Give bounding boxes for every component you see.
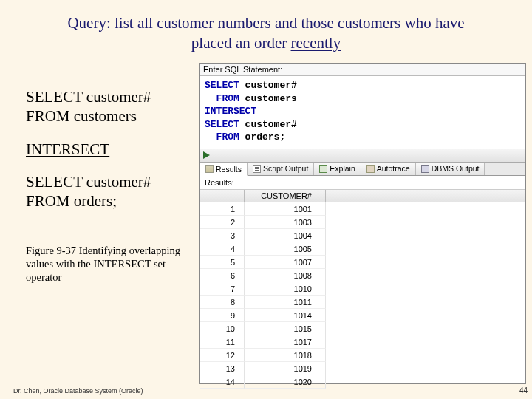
row-value: 1014 bbox=[245, 309, 326, 322]
table-row[interactable]: 101015 bbox=[200, 322, 525, 335]
slide-title: Query: list all customer numbers and tho… bbox=[0, 0, 532, 54]
intersect-keyword: INTERSECT bbox=[26, 140, 109, 158]
explain-icon bbox=[319, 165, 327, 173]
sql-editor[interactable]: SELECT customer# FROM customers INTERSEC… bbox=[200, 76, 525, 149]
figure-caption: Figure 9-37 Identifying overlapping valu… bbox=[26, 244, 192, 284]
sql-line: SELECT customer# bbox=[26, 87, 192, 106]
row-value: 1004 bbox=[245, 229, 326, 242]
sql-developer-panel: Enter SQL Statement: SELECT customer# FR… bbox=[200, 63, 526, 384]
dbms-output-icon bbox=[421, 165, 429, 173]
run-icon[interactable] bbox=[203, 151, 210, 159]
table-row[interactable]: 81011 bbox=[200, 296, 525, 309]
row-index: 1 bbox=[200, 202, 245, 216]
row-index: 11 bbox=[200, 335, 245, 349]
row-value: 1018 bbox=[245, 349, 326, 362]
table-row[interactable]: 21003 bbox=[200, 216, 525, 229]
row-index: 3 bbox=[200, 229, 245, 242]
row-index: 9 bbox=[200, 309, 245, 322]
sql-line: SELECT customer# bbox=[26, 172, 192, 191]
row-value: 1005 bbox=[245, 242, 326, 256]
autotrace-icon bbox=[366, 165, 375, 173]
tab-results[interactable]: Results bbox=[200, 163, 248, 176]
row-index: 10 bbox=[200, 322, 245, 335]
row-value: 1003 bbox=[245, 216, 326, 229]
grid-header-row: CUSTOMER# bbox=[200, 190, 525, 202]
table-row[interactable]: 31004 bbox=[200, 229, 525, 242]
results-icon bbox=[205, 165, 214, 173]
sql-line: FROM customers bbox=[26, 106, 192, 126]
title-line2b: recently bbox=[291, 34, 341, 52]
table-row[interactable]: 141020 bbox=[200, 375, 525, 389]
results-label: Results: bbox=[200, 176, 525, 190]
table-row[interactable]: 61008 bbox=[200, 269, 525, 282]
table-row[interactable]: 41005 bbox=[200, 242, 525, 256]
table-row[interactable]: 121018 bbox=[200, 349, 525, 362]
row-value: 1007 bbox=[245, 256, 326, 269]
row-value: 1020 bbox=[245, 375, 326, 389]
result-tabs: Results Script Output Explain Autotrace … bbox=[200, 163, 525, 176]
run-toolbar bbox=[200, 149, 525, 163]
row-value: 1017 bbox=[245, 335, 326, 349]
table-row[interactable]: 51007 bbox=[200, 256, 525, 269]
grid-body: 1100121003310044100551007610087101081011… bbox=[200, 202, 525, 389]
table-row[interactable]: 111017 bbox=[200, 335, 525, 349]
table-row[interactable]: 71010 bbox=[200, 282, 525, 296]
grid-header-blank bbox=[200, 190, 245, 202]
tab-explain[interactable]: Explain bbox=[314, 163, 361, 175]
title-line2a: placed an order bbox=[191, 34, 291, 52]
row-index: 2 bbox=[200, 216, 245, 229]
row-value: 1019 bbox=[245, 362, 326, 375]
row-index: 12 bbox=[200, 349, 245, 362]
tab-script-output[interactable]: Script Output bbox=[248, 163, 314, 175]
table-row[interactable]: 91014 bbox=[200, 309, 525, 322]
tab-dbms-output[interactable]: DBMS Output bbox=[416, 163, 485, 175]
row-index: 8 bbox=[200, 296, 245, 309]
sql-line: FROM orders; bbox=[26, 191, 192, 211]
tab-autotrace[interactable]: Autotrace bbox=[361, 163, 416, 175]
row-index: 4 bbox=[200, 242, 245, 256]
grid-header-customer: CUSTOMER# bbox=[245, 190, 326, 202]
row-value: 1001 bbox=[245, 202, 326, 216]
row-value: 1010 bbox=[245, 282, 326, 296]
table-row[interactable]: 11001 bbox=[200, 202, 525, 216]
row-value: 1015 bbox=[245, 322, 326, 335]
row-value: 1008 bbox=[245, 269, 326, 282]
results-grid: CUSTOMER# 110012100331004410055100761008… bbox=[200, 190, 525, 389]
sql-query-text: SELECT customer# FROM customers INTERSEC… bbox=[26, 87, 192, 224]
script-output-icon bbox=[253, 165, 261, 173]
title-line1: Query: list all customer numbers and tho… bbox=[67, 14, 464, 32]
row-index: 7 bbox=[200, 282, 245, 296]
row-index: 13 bbox=[200, 362, 245, 375]
footer-author: Dr. Chen, Oracle Database System (Oracle… bbox=[13, 387, 143, 395]
row-index: 5 bbox=[200, 256, 245, 269]
table-row[interactable]: 131019 bbox=[200, 362, 525, 375]
row-index: 6 bbox=[200, 269, 245, 282]
row-value: 1011 bbox=[245, 296, 326, 309]
enter-sql-label: Enter SQL Statement: bbox=[200, 64, 525, 76]
row-index: 14 bbox=[200, 375, 245, 389]
